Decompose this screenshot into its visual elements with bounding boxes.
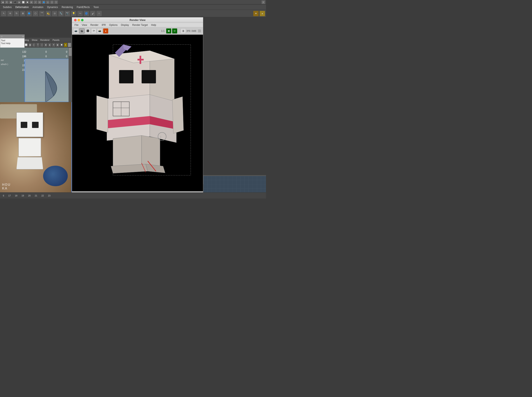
tool-gold2[interactable]: ● [260, 11, 265, 16]
render-tool-snapshot[interactable]: 📸 [97, 28, 102, 34]
tool-select[interactable]: ↖ [1, 11, 6, 16]
render-menu-file[interactable]: File [73, 23, 80, 27]
render-menu-help[interactable]: Help [150, 23, 158, 27]
menu-deformation[interactable]: Deformation [14, 5, 30, 9]
tool-snap[interactable]: ⊙ [52, 11, 57, 16]
toolbar-icon-8[interactable]: ⊞ [30, 0, 33, 4]
viewport-menu-renderer[interactable]: Renderer [39, 38, 51, 41]
timeline-num-7: 23 [46, 194, 52, 197]
render-tool-camera[interactable]: 📷 [73, 28, 79, 34]
render-tool-checkerboard[interactable]: ▦ [166, 28, 171, 34]
tool-dynamics2[interactable]: 💫 [45, 11, 51, 16]
figure-eye-left [21, 122, 27, 128]
timeline-num-1: 17 [6, 194, 12, 197]
vp-tool-light[interactable]: ○ [68, 43, 71, 47]
toolbar-icon-3[interactable]: ▦ [9, 0, 13, 4]
render-tool-film[interactable]: 🎬 [79, 28, 85, 34]
menu-rendering[interactable]: Rendering [60, 5, 75, 9]
toolbar-icon-4[interactable]: ⬛ [13, 0, 17, 4]
cell-1-0: 196 [14, 55, 26, 58]
tool-poly[interactable]: 🔷 [26, 11, 32, 16]
label-sinch: s/inch ) [1, 63, 8, 65]
toolbar-icon-12[interactable]: ▷ [46, 0, 50, 4]
close-button[interactable] [74, 19, 76, 21]
data-row-0: 132 0 0 [12, 50, 68, 54]
render-menubar: File View Render IPR Options Display Ren… [72, 23, 203, 27]
vp-tool-16[interactable]: 🔲 [60, 43, 63, 47]
vp-tool-7[interactable]: ⬜ [24, 43, 28, 47]
vp-tool-8[interactable]: ▦ [28, 43, 32, 47]
figure-head [16, 112, 43, 137]
tool-extra[interactable]: ☆ [96, 11, 102, 16]
toolbar-icon-1[interactable]: ◀ [1, 0, 5, 4]
minimize-button[interactable] [78, 19, 80, 21]
toolbar-icon-10[interactable]: ⊡ [38, 0, 41, 4]
render-pause-button[interactable]: ⏸ [181, 28, 186, 34]
maximize-button[interactable] [81, 19, 83, 21]
toolbar-icon-14[interactable]: ▽ [54, 0, 58, 4]
vp-tool-13[interactable]: ◈ [48, 43, 51, 47]
render-menu-ipr[interactable]: IPR [101, 23, 107, 27]
toolbar-icon-z[interactable]: Z [261, 0, 265, 4]
bottom-timeline-bar: 6 17 18 19 20 21 22 23 [0, 192, 266, 198]
toolbar-icon-5[interactable]: ◈ [17, 0, 21, 4]
render-svg: i [72, 35, 203, 191]
tool-gold1[interactable]: ★ [253, 11, 259, 16]
toolbar-icon-11[interactable]: 🔷 [42, 0, 45, 4]
vp-tool-gold[interactable]: ● [64, 43, 67, 47]
grid-svg [203, 176, 266, 192]
viewport-menu-show[interactable]: Show [31, 38, 39, 41]
render-tool-ipr[interactable]: ⬛ [85, 28, 90, 34]
toolbar-icon-6[interactable]: ⬜ [21, 0, 25, 4]
render-tool-refresh[interactable]: ⟳ [91, 28, 96, 34]
render-tool-snap[interactable]: ⊡ [172, 28, 177, 34]
tool-curve[interactable]: 〜 [77, 11, 83, 16]
viewport-menu-panels[interactable]: Panels [51, 38, 61, 41]
render-tool-color[interactable]: ● [103, 28, 108, 34]
toolbar-icon-7[interactable]: 🔲 [25, 0, 29, 4]
vp-tool-12[interactable]: ■ [44, 43, 47, 47]
render-menu-display[interactable]: Display [120, 23, 130, 27]
scrollbar-thumb[interactable] [69, 48, 72, 56]
toolbar-icon-9[interactable]: ↗ [34, 0, 37, 4]
cell-3-0: 151 [14, 64, 26, 67]
tool-light[interactable]: 💡 [71, 11, 76, 16]
photo-background: HOUKA [0, 102, 72, 192]
vp-tool-9[interactable]: ▷ [32, 43, 36, 47]
tool-scale[interactable]: ⊞ [20, 11, 26, 16]
tool-deform[interactable]: 🌀 [83, 11, 89, 16]
vp-tool-11[interactable]: □ [40, 43, 44, 47]
render-menu-options[interactable]: Options [108, 23, 119, 27]
tool-move[interactable]: ✛ [7, 11, 13, 16]
menu-dynamics[interactable]: Dynamics [45, 5, 59, 9]
toolbar-icon-13[interactable]: ⬡ [50, 0, 54, 4]
tool-camera[interactable]: 📷 [64, 11, 70, 16]
vp-tool-10[interactable]: T [36, 43, 40, 47]
menu-animation[interactable]: Animation [31, 5, 45, 9]
tool-rotate[interactable]: ↻ [13, 11, 19, 16]
top-left-panel-header: □ × [0, 35, 25, 38]
menu-subdivs[interactable]: Subdivs [1, 5, 13, 9]
panel-minimize-icon[interactable]: × [22, 36, 24, 38]
timeline-num-4: 20 [26, 194, 32, 197]
trackball [43, 166, 68, 186]
right-sidebar: Select [203, 17, 266, 192]
toolbar-icon-2[interactable]: ⟳ [5, 0, 9, 4]
vp-tool-14[interactable]: ✦ [52, 43, 55, 47]
menu-painteffects[interactable]: PaintEffects [75, 5, 92, 9]
svg-marker-18 [172, 97, 184, 133]
tool-render[interactable]: 🎬 [39, 11, 45, 16]
tool-nurbs[interactable]: ⬡ [33, 11, 38, 16]
render-menu-view[interactable]: View [81, 23, 88, 27]
render-menu-render[interactable]: Render [89, 23, 100, 27]
vp-tool-15[interactable]: ◉ [56, 43, 59, 47]
render-view-window: Render View File View Render IPR Options… [72, 17, 203, 198]
panel-close-icon[interactable]: □ [1, 36, 2, 38]
render-view-title: Render View [129, 19, 146, 22]
timeline-num-5: 21 [33, 194, 39, 197]
menu-toon[interactable]: Toon [92, 5, 100, 9]
tool-magnet[interactable]: 🔧 [58, 11, 64, 16]
tool-paint[interactable]: 🖌 [90, 11, 96, 16]
ipr-text: IPR: 0MB [187, 30, 196, 32]
render-menu-target[interactable]: Render Target [131, 23, 149, 27]
